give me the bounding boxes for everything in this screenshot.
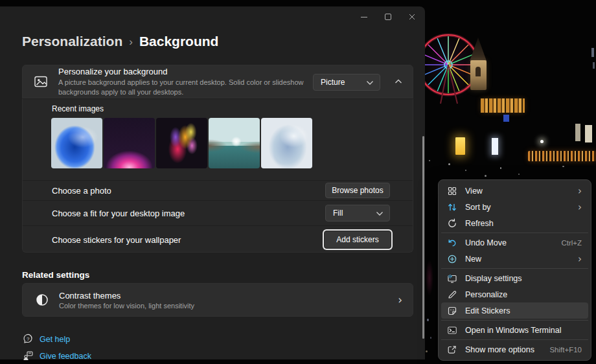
browse-photos-button[interactable]: Browse photos bbox=[325, 183, 390, 198]
church-spire bbox=[470, 38, 487, 61]
menu-item-edit-stickers[interactable]: Edit Stickers bbox=[441, 302, 588, 319]
give-feedback-link[interactable]: Give feedback bbox=[23, 350, 91, 361]
contrast-themes-row[interactable]: Contrast themes Color themes for low vis… bbox=[22, 283, 413, 317]
distant-light bbox=[448, 163, 450, 165]
contrast-icon bbox=[36, 293, 49, 306]
choose-fit-row: Choose a fit for your desktop image Fill bbox=[23, 200, 413, 225]
church-window bbox=[476, 67, 481, 76]
get-help-label: Get help bbox=[40, 335, 70, 344]
building-window-light bbox=[585, 125, 592, 142]
contrast-subtitle: Color themes for low vision, light sensi… bbox=[59, 302, 398, 310]
desktop-context-menu: View › Sort by › Refresh Undo Move Ctrl+… bbox=[438, 179, 591, 361]
menu-item-shortcut: Ctrl+Z bbox=[561, 239, 582, 247]
purple-light-glow bbox=[424, 254, 435, 302]
window-controls bbox=[352, 10, 424, 24]
market-light-string bbox=[528, 151, 596, 161]
menu-item-personalize[interactable]: Personalize bbox=[441, 286, 588, 302]
menu-item-open-windows-terminal[interactable]: Open in Windows Terminal bbox=[441, 322, 588, 338]
menu-item-label: Edit Stickers bbox=[465, 306, 583, 315]
maximize-button[interactable] bbox=[376, 10, 400, 24]
distant-light bbox=[429, 160, 430, 161]
menu-item-sort-by[interactable]: Sort by › bbox=[441, 199, 588, 215]
terminal-icon bbox=[446, 325, 457, 336]
close-button[interactable] bbox=[400, 10, 424, 24]
chevron-up-icon bbox=[395, 78, 402, 84]
new-icon bbox=[446, 254, 457, 264]
distant-light bbox=[427, 319, 429, 321]
recent-images-label: Recent images bbox=[52, 104, 104, 113]
get-help-link[interactable]: ? Get help bbox=[23, 334, 70, 345]
undo-icon bbox=[446, 238, 457, 248]
distant-light bbox=[562, 166, 564, 167]
distant-light bbox=[485, 175, 487, 177]
sort-icon bbox=[446, 202, 457, 212]
fit-dropdown[interactable]: Fill bbox=[325, 205, 390, 222]
minimize-button[interactable] bbox=[352, 10, 376, 24]
close-icon bbox=[407, 12, 417, 22]
maximize-icon bbox=[383, 12, 393, 22]
menu-separator bbox=[441, 268, 588, 269]
display-settings-icon bbox=[446, 273, 457, 284]
menu-item-refresh[interactable]: Refresh bbox=[441, 215, 588, 231]
background-type-dropdown[interactable]: Picture bbox=[313, 74, 380, 91]
building-window-light bbox=[575, 124, 580, 141]
card-text: Personalize your background A picture ba… bbox=[58, 67, 304, 97]
menu-item-label: Refresh bbox=[465, 219, 583, 228]
refresh-icon bbox=[446, 218, 457, 229]
recent-image-thumbnail[interactable] bbox=[209, 118, 260, 168]
page-title: Background bbox=[139, 34, 219, 49]
menu-separator bbox=[441, 320, 588, 321]
submenu-chevron-icon: › bbox=[578, 253, 582, 265]
chevron-down-icon bbox=[376, 210, 384, 216]
distant-light bbox=[430, 337, 431, 339]
show-more-icon bbox=[446, 345, 457, 355]
building-light-streak bbox=[591, 48, 594, 57]
recent-image-thumbnail[interactable] bbox=[156, 118, 207, 168]
breadcrumb: Personalization › Background bbox=[22, 34, 218, 49]
edit-stickers-icon bbox=[446, 306, 457, 316]
building-light-streak bbox=[593, 62, 595, 69]
give-feedback-label: Give feedback bbox=[40, 352, 91, 361]
add-stickers-button[interactable]: Add stickers bbox=[324, 231, 391, 249]
chevron-right-icon: › bbox=[398, 293, 402, 306]
recent-images-row bbox=[51, 118, 312, 168]
blue-window-light bbox=[503, 115, 509, 122]
recent-image-thumbnail[interactable] bbox=[51, 118, 102, 168]
menu-item-label: Display settings bbox=[465, 274, 583, 283]
menu-item-label: Undo Move bbox=[465, 238, 561, 247]
view-icon bbox=[446, 186, 457, 196]
street-lamp-light bbox=[540, 140, 544, 143]
scrollbar-thumb[interactable] bbox=[422, 136, 424, 339]
menu-item-label: Open in Windows Terminal bbox=[465, 326, 583, 335]
svg-text:?: ? bbox=[27, 336, 30, 342]
breadcrumb-personalization[interactable]: Personalization bbox=[22, 34, 122, 49]
menu-item-label: Sort by bbox=[465, 203, 578, 212]
distant-light bbox=[518, 174, 520, 175]
related-settings-header: Related settings bbox=[22, 270, 89, 280]
recent-image-thumbnail[interactable] bbox=[261, 118, 312, 168]
menu-item-undo-move[interactable]: Undo Move Ctrl+Z bbox=[441, 234, 588, 251]
feedback-icon bbox=[23, 350, 34, 361]
card-description: A picture background applies to your cur… bbox=[58, 78, 304, 97]
collapse-expander-button[interactable] bbox=[395, 78, 402, 84]
menu-item-new[interactable]: New › bbox=[441, 251, 588, 267]
menu-item-shortcut: Shift+F10 bbox=[549, 346, 582, 354]
menu-item-display-settings[interactable]: Display settings bbox=[441, 270, 588, 286]
submenu-chevron-icon: › bbox=[578, 201, 582, 213]
distant-light bbox=[500, 167, 501, 169]
contrast-text: Contrast themes Color themes for low vis… bbox=[59, 291, 398, 310]
screen: Personalization › Background Personalize… bbox=[0, 0, 596, 364]
recent-image-thumbnail[interactable] bbox=[104, 118, 155, 168]
menu-item-label: View bbox=[465, 187, 578, 196]
fit-dropdown-value: Fill bbox=[333, 209, 376, 218]
choose-photo-label: Choose a photo bbox=[52, 186, 325, 196]
menu-item-show-more-options[interactable]: Show more options Shift+F10 bbox=[441, 341, 588, 358]
background-expanded-panel: Recent images Choose a photo Browse phot… bbox=[22, 98, 413, 253]
distant-light bbox=[426, 350, 428, 352]
menu-item-view[interactable]: View › bbox=[441, 183, 588, 199]
choose-fit-label: Choose a fit for your desktop image bbox=[52, 209, 325, 218]
menu-item-label: Personalize bbox=[465, 290, 583, 299]
personalize-background-card[interactable]: Personalize your background A picture ba… bbox=[22, 65, 413, 98]
menu-separator bbox=[441, 339, 588, 340]
personalize-icon bbox=[446, 290, 457, 300]
